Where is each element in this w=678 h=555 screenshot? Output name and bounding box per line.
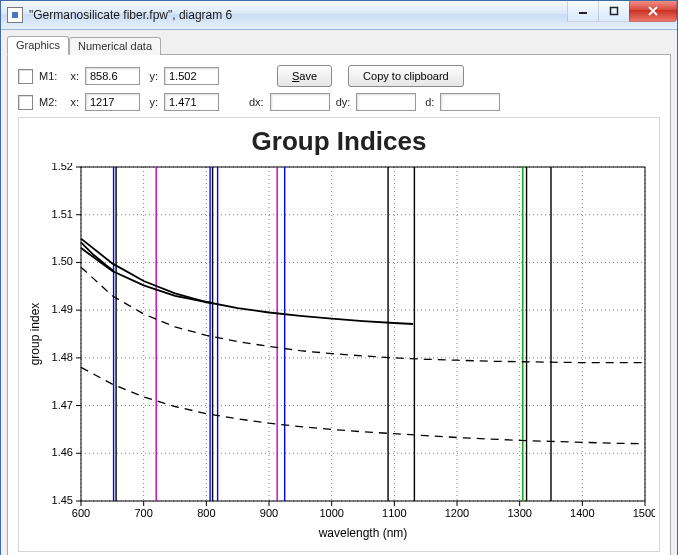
marker-controls: M1: x: y: Save Copy to clipboard M2: x: … <box>18 65 660 111</box>
window-title: "Germanosilicate fiber.fpw", diagram 6 <box>29 8 232 22</box>
m2-label: M2: <box>39 96 61 108</box>
m2-y-label: y: <box>146 96 158 108</box>
tab-strip: Graphics Numerical data <box>7 34 671 55</box>
svg-text:800: 800 <box>197 507 215 519</box>
d-label: d: <box>422 96 434 108</box>
m2-x-label: x: <box>67 96 79 108</box>
chart-panel: Group Indices 60070080090010001100120013… <box>18 117 660 552</box>
button-row: Save Copy to clipboard <box>277 65 464 87</box>
close-button[interactable] <box>629 1 677 22</box>
marker-row-m2: M2: x: y: dx: dy: d: <box>18 93 660 111</box>
tab-page-graphics: M1: x: y: Save Copy to clipboard M2: x: … <box>7 55 671 555</box>
titlebar[interactable]: "Germanosilicate fiber.fpw", diagram 6 <box>1 1 677 30</box>
svg-text:group index: group index <box>28 303 42 366</box>
svg-text:1400: 1400 <box>570 507 594 519</box>
tab-graphics[interactable]: Graphics <box>7 36 69 55</box>
svg-text:1300: 1300 <box>507 507 531 519</box>
m1-x-input[interactable] <box>85 67 140 85</box>
chart-plot[interactable]: 6007008009001000110012001300140015001.45… <box>25 163 655 543</box>
copy-clipboard-button[interactable]: Copy to clipboard <box>348 65 464 87</box>
svg-text:1.49: 1.49 <box>52 303 73 315</box>
minimize-icon <box>578 6 588 16</box>
minimize-button[interactable] <box>567 1 599 22</box>
svg-rect-1 <box>611 8 618 15</box>
svg-text:1.48: 1.48 <box>52 351 73 363</box>
svg-text:1000: 1000 <box>319 507 343 519</box>
svg-text:900: 900 <box>260 507 278 519</box>
m2-y-input[interactable] <box>164 93 219 111</box>
svg-text:1.51: 1.51 <box>52 208 73 220</box>
app-icon <box>7 7 23 23</box>
m2-checkbox[interactable] <box>18 95 33 110</box>
svg-text:1500: 1500 <box>633 507 655 519</box>
m1-y-input[interactable] <box>164 67 219 85</box>
d-output <box>440 93 500 111</box>
maximize-button[interactable] <box>598 1 630 22</box>
svg-text:1.50: 1.50 <box>52 255 73 267</box>
svg-text:1200: 1200 <box>445 507 469 519</box>
dy-label: dy: <box>336 96 351 108</box>
m1-label: M1: <box>39 70 61 82</box>
client-area: Graphics Numerical data M1: x: y: Save C… <box>1 30 677 555</box>
dx-label: dx: <box>249 96 264 108</box>
chart-svg: 6007008009001000110012001300140015001.45… <box>25 163 655 543</box>
chart-title: Group Indices <box>25 126 653 157</box>
dy-output <box>356 93 416 111</box>
svg-text:1.46: 1.46 <box>52 446 73 458</box>
save-button[interactable]: Save <box>277 65 332 87</box>
svg-text:700: 700 <box>134 507 152 519</box>
app-window: "Germanosilicate fiber.fpw", diagram 6 G… <box>0 0 678 555</box>
svg-text:600: 600 <box>72 507 90 519</box>
window-buttons <box>568 1 677 21</box>
m1-checkbox[interactable] <box>18 69 33 84</box>
maximize-icon <box>609 6 619 16</box>
marker-row-m1: M1: x: y: Save Copy to clipboard <box>18 65 660 87</box>
svg-rect-0 <box>579 12 587 14</box>
m2-x-input[interactable] <box>85 93 140 111</box>
tab-numerical-data[interactable]: Numerical data <box>69 37 161 55</box>
svg-text:1100: 1100 <box>382 507 406 519</box>
svg-text:1.47: 1.47 <box>52 399 73 411</box>
close-icon <box>647 6 659 16</box>
m1-y-label: y: <box>146 70 158 82</box>
dx-output <box>270 93 330 111</box>
svg-rect-2 <box>81 167 645 501</box>
svg-text:1.52: 1.52 <box>52 163 73 172</box>
svg-text:wavelength (nm): wavelength (nm) <box>318 526 408 540</box>
svg-text:1.45: 1.45 <box>52 494 73 506</box>
m1-x-label: x: <box>67 70 79 82</box>
